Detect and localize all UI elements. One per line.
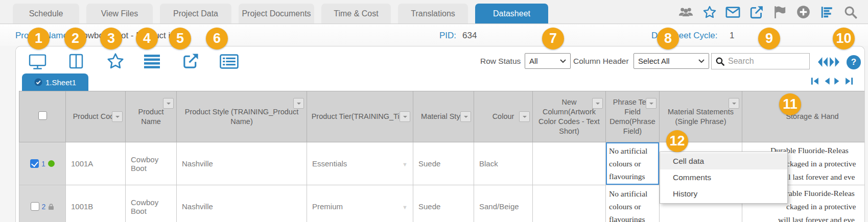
- col-product-name: Product Name: [126, 91, 177, 142]
- col-storage-handling: Storage & Hand: [742, 91, 865, 142]
- filter-icon[interactable]: [729, 98, 739, 109]
- cell-material-style[interactable]: Suede: [413, 185, 474, 222]
- check-circle-icon: [34, 78, 42, 86]
- callout-badge-5: 5: [169, 28, 191, 50]
- select-all-checkbox[interactable]: [38, 111, 47, 120]
- sheet-tab-label: 1.Sheet1: [45, 78, 76, 87]
- project-name-value: Cowboy Boot - Product in: [77, 31, 175, 41]
- list-view-icon[interactable]: [141, 52, 162, 71]
- cell-phrase[interactable]: No artificial colours or flavourings: [606, 185, 660, 222]
- row-2-checkbox[interactable]: [31, 202, 39, 211]
- first-page-icon[interactable]: [811, 77, 819, 85]
- pid-label: PID:: [439, 31, 456, 41]
- menu-item-cell-data[interactable]: Cell data: [660, 153, 787, 169]
- last-page-icon[interactable]: [845, 77, 853, 85]
- filter-icon[interactable]: [112, 111, 123, 122]
- cell-dropdown-icon[interactable]: ▼: [402, 204, 408, 210]
- row-status-selected-value: All: [529, 57, 538, 65]
- row-1-number: 1: [41, 160, 45, 168]
- row-2-number: 2: [42, 203, 46, 211]
- chevron-down-icon: [698, 59, 705, 63]
- table-header-row: Product Code Product Name Product Style …: [19, 91, 865, 142]
- tab-project-data[interactable]: Project Data: [160, 4, 231, 23]
- project-info-bar: Project Name: Cowboy Boot - Product in P…: [0, 24, 868, 46]
- menu-item-history[interactable]: History: [660, 186, 787, 202]
- search-icon[interactable]: [843, 5, 858, 19]
- column-page-arrows-icon[interactable]: [817, 57, 840, 69]
- cell-product-tier[interactable]: Premium▼: [307, 185, 413, 222]
- tab-datasheet[interactable]: Datasheet: [475, 4, 548, 23]
- favorite-view-icon[interactable]: [105, 52, 126, 71]
- row-1-select-cell: 1: [19, 142, 66, 185]
- cell-product-code[interactable]: 1001B: [66, 185, 126, 222]
- callout-badge-8: 8: [657, 28, 679, 50]
- tab-project-documents[interactable]: Project Documents: [239, 4, 314, 23]
- cell-product-style[interactable]: Nashville: [177, 185, 307, 222]
- flag-icon[interactable]: [772, 5, 787, 19]
- column-header-label: Column Header: [573, 57, 629, 66]
- col-colour: Colour: [474, 91, 533, 142]
- tab-view-files[interactable]: View Files: [86, 4, 153, 23]
- team-icon[interactable]: [678, 5, 693, 19]
- cell-product-style[interactable]: Nashville: [177, 142, 307, 185]
- cell-phrase-selected[interactable]: No artificial colours or flavourings: [606, 142, 660, 185]
- cell-material-style[interactable]: Suede: [413, 142, 474, 185]
- callout-badge-1: 1: [28, 28, 50, 50]
- filter-icon[interactable]: [460, 111, 471, 122]
- datasheet-view-icon[interactable]: [218, 52, 240, 71]
- search-input[interactable]: [728, 57, 805, 66]
- help-button[interactable]: ?: [847, 55, 861, 69]
- open-external-icon[interactable]: [749, 5, 764, 19]
- callout-badge-4: 4: [136, 28, 158, 50]
- cell-product-code[interactable]: 1001A: [66, 142, 126, 185]
- header-icon-group: [678, 0, 858, 24]
- callout-badge-3: 3: [100, 28, 122, 50]
- cell-new-column[interactable]: [533, 142, 606, 185]
- open-window-icon[interactable]: [180, 52, 201, 71]
- add-icon[interactable]: [796, 5, 811, 19]
- split-view-icon[interactable]: [65, 52, 87, 71]
- sheet-pager: [811, 77, 853, 85]
- cell-product-tier[interactable]: Essentials▼: [307, 142, 413, 185]
- cell-product-name[interactable]: Cowboy Boot: [126, 185, 177, 222]
- datasheet-cycle-value: 1: [730, 31, 734, 41]
- tab-time-cost[interactable]: Time & Cost: [321, 4, 391, 23]
- row-status-select[interactable]: All: [525, 53, 571, 69]
- lock-icon: [48, 203, 54, 210]
- select-all-header: [19, 91, 66, 142]
- column-header-select[interactable]: Select All: [634, 53, 709, 69]
- cell-colour[interactable]: Sand/Beige: [474, 185, 533, 222]
- col-phrase-text-field: Phrase Text Field Demo(Phrase Field): [606, 91, 660, 142]
- filter-icon[interactable]: [592, 98, 603, 109]
- filter-icon[interactable]: [163, 98, 174, 109]
- cell-colour[interactable]: Black: [474, 142, 533, 185]
- col-material-style: Material Style: [413, 91, 474, 142]
- display-view-icon[interactable]: [27, 52, 48, 71]
- favorite-star-icon[interactable]: [702, 5, 717, 19]
- menu-item-comments[interactable]: Comments: [660, 169, 787, 186]
- tab-translations[interactable]: Translations: [398, 4, 468, 23]
- filter-icon[interactable]: [293, 98, 304, 109]
- tab-schedule[interactable]: Schedule: [13, 4, 79, 23]
- main-tab-bar: Schedule View Files Project Data Project…: [0, 0, 868, 24]
- callout-badge-2: 2: [64, 28, 86, 50]
- prev-page-icon[interactable]: [824, 77, 830, 85]
- row-1-checkbox[interactable]: [30, 159, 39, 168]
- filter-icon[interactable]: [646, 98, 656, 109]
- cell-new-column[interactable]: [533, 185, 606, 222]
- mail-icon[interactable]: [725, 5, 740, 19]
- cell-dropdown-icon[interactable]: ▼: [402, 161, 408, 167]
- cell-product-name[interactable]: Cowboy Boot: [126, 142, 177, 185]
- report-icon[interactable]: [819, 5, 834, 19]
- callout-badge-10: 10: [833, 28, 855, 50]
- filter-icon[interactable]: [400, 111, 410, 122]
- sheet-tab-1[interactable]: 1.Sheet1: [22, 73, 88, 91]
- pid-value: 634: [462, 31, 477, 41]
- col-product-code: Product Code: [66, 91, 126, 142]
- col-product-tier: Product Tier(TRAINING_Tier): [307, 91, 413, 142]
- row-status-label: Row Status: [480, 57, 521, 66]
- help-glyph: ?: [851, 57, 856, 67]
- col-product-style: Product Style (TRAINING_Product Name): [177, 91, 307, 142]
- filter-icon[interactable]: [519, 111, 530, 122]
- next-page-icon[interactable]: [834, 77, 840, 85]
